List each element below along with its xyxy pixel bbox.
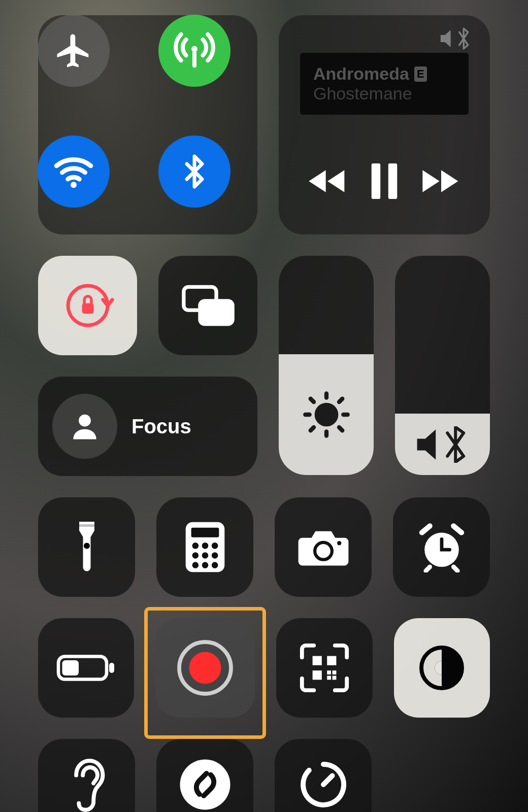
svg-point-20	[192, 562, 199, 568]
cellular-data-toggle[interactable]	[158, 15, 230, 87]
svg-rect-36	[327, 676, 331, 680]
low-power-mode-button[interactable]	[38, 618, 134, 718]
play-pause-button[interactable]	[369, 163, 400, 199]
svg-point-18	[202, 552, 208, 559]
svg-rect-28	[62, 660, 79, 675]
svg-point-10	[84, 543, 90, 549]
svg-rect-2	[372, 163, 381, 199]
svg-point-19	[211, 552, 218, 559]
alarm-clock-icon	[415, 522, 468, 572]
flashlight-button[interactable]	[38, 497, 135, 597]
svg-rect-32	[327, 656, 336, 665]
svg-rect-5	[82, 303, 93, 314]
timer-button[interactable]	[275, 739, 372, 812]
flashlight-icon	[72, 519, 102, 575]
svg-rect-13	[191, 528, 219, 537]
svg-point-40	[180, 760, 230, 810]
airplane-mode-toggle[interactable]	[38, 15, 110, 87]
forward-icon	[421, 166, 461, 196]
svg-rect-11	[79, 524, 94, 527]
screen-record-wrapper	[155, 618, 255, 718]
bluetooth-toggle[interactable]	[158, 136, 230, 208]
airplane-icon	[54, 31, 93, 71]
calculator-icon	[184, 521, 226, 573]
qr-code-scan-icon	[298, 641, 351, 694]
svg-point-14	[192, 543, 199, 549]
volume-slider[interactable]	[395, 256, 490, 475]
svg-rect-34	[327, 670, 331, 674]
brightness-slider[interactable]	[279, 256, 374, 475]
volume-bluetooth-icon	[415, 426, 471, 463]
svg-point-0	[191, 46, 197, 52]
orientation-lock-icon	[60, 278, 116, 333]
next-track-button[interactable]	[421, 166, 461, 196]
svg-point-30	[189, 652, 221, 684]
calculator-button[interactable]	[156, 497, 253, 597]
media-panel[interactable]: AndromedaE Ghostemane	[279, 15, 490, 234]
focus-button[interactable]: Focus	[38, 377, 257, 476]
audio-output-indicator	[439, 27, 474, 50]
svg-rect-3	[388, 163, 398, 199]
focus-label: Focus	[131, 415, 191, 438]
timer-icon	[298, 759, 349, 810]
wifi-toggle[interactable]	[38, 136, 110, 208]
track-title: Andromeda	[313, 64, 409, 83]
bluetooth-icon	[176, 149, 213, 194]
svg-rect-27	[109, 663, 114, 673]
screen-mirroring-button[interactable]	[158, 256, 257, 355]
svg-point-21	[202, 562, 208, 568]
svg-point-1	[71, 182, 77, 188]
hearing-button[interactable]	[38, 739, 135, 812]
battery-icon	[56, 653, 117, 683]
svg-rect-31	[313, 656, 322, 665]
dark-mode-toggle[interactable]	[394, 618, 490, 718]
pause-icon	[369, 163, 400, 199]
svg-point-16	[211, 543, 218, 549]
svg-point-15	[202, 543, 208, 549]
cellular-icon	[172, 28, 217, 73]
wifi-icon	[51, 149, 96, 194]
ear-icon	[67, 757, 107, 812]
shazam-icon	[177, 757, 233, 812]
svg-point-22	[211, 562, 218, 568]
camera-button[interactable]	[275, 497, 372, 597]
record-icon	[175, 637, 236, 698]
connectivity-panel[interactable]	[38, 15, 257, 234]
track-artist: Ghostemane	[313, 84, 455, 104]
svg-rect-35	[333, 676, 337, 680]
screen-record-button[interactable]	[155, 618, 255, 718]
svg-point-9	[316, 405, 336, 424]
svg-point-8	[79, 415, 91, 427]
previous-track-button[interactable]	[307, 166, 348, 196]
shazam-button[interactable]	[156, 739, 253, 812]
svg-point-17	[192, 552, 199, 559]
svg-point-24	[337, 541, 341, 545]
brightness-icon	[301, 389, 352, 440]
focus-person-icon	[68, 409, 102, 444]
svg-rect-33	[313, 670, 322, 680]
alarm-button[interactable]	[393, 497, 490, 597]
svg-rect-37	[333, 670, 337, 674]
orientation-lock-toggle[interactable]	[38, 256, 137, 355]
qr-scanner-button[interactable]	[276, 618, 372, 718]
now-playing-info: AndromedaE Ghostemane	[300, 53, 469, 115]
screen-mirroring-icon	[180, 283, 236, 328]
rewind-icon	[307, 166, 348, 196]
camera-icon	[297, 526, 350, 568]
explicit-badge: E	[414, 66, 427, 82]
svg-rect-7	[200, 301, 232, 324]
dark-mode-icon	[416, 642, 467, 693]
